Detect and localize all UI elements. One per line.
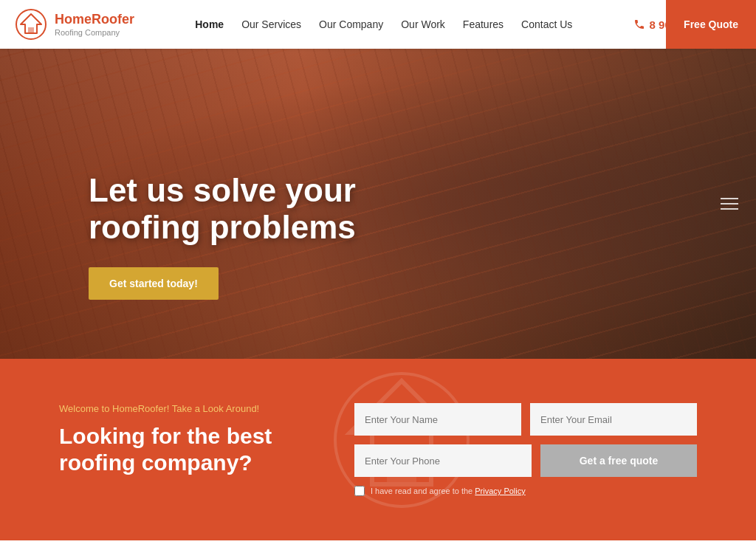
nav-work[interactable]: Our Work xyxy=(401,18,445,30)
free-quote-button[interactable]: Free Quote xyxy=(666,0,756,49)
orange-section: Welcome to HomeRoofer! Take a Look Aroun… xyxy=(0,359,756,540)
hero-content: Let us solve your roofing problems Get s… xyxy=(89,172,443,300)
trust-section: Trust the Experts for All Your Roofing N… xyxy=(0,540,756,550)
form-row-1 xyxy=(354,403,697,436)
nav-home[interactable]: Home xyxy=(195,18,224,30)
hero-title: Let us solve your roofing problems xyxy=(89,172,443,247)
orange-heading: Looking for the best roofing company? xyxy=(59,423,310,476)
nav-contact[interactable]: Contact Us xyxy=(521,18,572,30)
privacy-row: I have read and agree to the Privacy Pol… xyxy=(354,486,697,496)
scroll-line-2 xyxy=(721,203,738,204)
logo-subtitle: Roofing Company xyxy=(55,28,134,37)
scroll-indicator xyxy=(721,198,738,210)
scroll-line-1 xyxy=(721,198,738,199)
hero-section: Let us solve your roofing problems Get s… xyxy=(0,49,756,359)
logo: HomeRoofer Roofing Company xyxy=(15,8,134,41)
svg-rect-2 xyxy=(28,27,34,33)
phone-icon xyxy=(633,18,645,30)
orange-left: Welcome to HomeRoofer! Take a Look Aroun… xyxy=(59,403,310,476)
form-row-2: Get a free quote xyxy=(354,444,697,477)
logo-icon xyxy=(15,8,47,41)
nav-company[interactable]: Our Company xyxy=(319,18,383,30)
privacy-policy-link[interactable]: Privacy Policy xyxy=(475,487,525,495)
scroll-line-3 xyxy=(721,208,738,210)
header: HomeRoofer Roofing Company Home Our Serv… xyxy=(0,0,756,49)
get-quote-button[interactable]: Get a free quote xyxy=(540,444,697,477)
privacy-checkbox[interactable] xyxy=(354,486,365,496)
logo-title: HomeRoofer xyxy=(55,12,134,28)
hero-cta-button[interactable]: Get started today! xyxy=(89,267,219,300)
contact-form: Get a free quote I have read and agree t… xyxy=(354,403,697,496)
privacy-label: I have read and agree to the Privacy Pol… xyxy=(371,487,526,495)
nav-services[interactable]: Our Services xyxy=(241,18,301,30)
main-nav: Home Our Services Our Company Our Work F… xyxy=(134,18,633,30)
phone-input[interactable] xyxy=(354,444,532,477)
nav-features[interactable]: Features xyxy=(463,18,504,30)
name-input[interactable] xyxy=(354,403,521,436)
orange-tagline: Welcome to HomeRoofer! Take a Look Aroun… xyxy=(59,403,310,414)
email-input[interactable] xyxy=(530,403,697,436)
